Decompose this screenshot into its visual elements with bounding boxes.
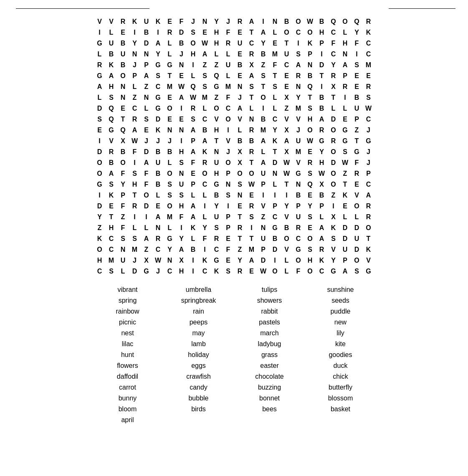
grid-cell: G: [211, 81, 223, 92]
grid-cell: J: [363, 157, 374, 168]
grid-cell: L: [269, 103, 281, 114]
grid-cell: V: [281, 244, 293, 255]
grid-cell: E: [117, 103, 129, 114]
grid-cell: S: [258, 71, 269, 81]
grid-cell: F: [199, 233, 211, 244]
grid-cell: C: [363, 38, 374, 49]
word-item: tulips: [236, 285, 303, 294]
grid-cell: P: [293, 201, 304, 212]
grid-cell: N: [176, 60, 187, 71]
grid-cell: F: [269, 60, 281, 71]
grid-cell: B: [199, 125, 211, 136]
word-item: rabbit: [236, 307, 303, 316]
grid-cell: I: [129, 27, 141, 38]
grid-cell: T: [304, 92, 316, 103]
grid-cell: W: [187, 92, 199, 103]
grid-cell: A: [199, 49, 211, 60]
grid-cell: N: [304, 60, 316, 71]
grid-cell: N: [211, 147, 223, 157]
grid-cell: Q: [304, 179, 316, 190]
grid-cell: E: [223, 255, 234, 266]
grid-cell: I: [187, 60, 199, 71]
grid-cell: O: [246, 168, 258, 179]
grid-cell: L: [211, 49, 223, 60]
grid-cell: Y: [164, 244, 176, 255]
grid-cell: L: [258, 147, 269, 157]
grid-cell: B: [117, 147, 129, 157]
grid-cell: B: [117, 38, 129, 49]
grid-cell: K: [152, 125, 164, 136]
grid-cell: D: [176, 27, 187, 38]
grid-cell: C: [94, 266, 106, 277]
word-item: pastels: [236, 318, 303, 327]
grid-cell: E: [363, 71, 374, 81]
grid-cell: F: [351, 157, 363, 168]
word-list-container: vibrantumbrellatulipssunshinespringsprin…: [13, 285, 455, 425]
grid-cell: A: [281, 136, 293, 147]
grid-cell: D: [94, 201, 106, 212]
grid-cell: L: [246, 103, 258, 114]
grid-cell: Y: [316, 147, 328, 157]
grid-cell: C: [328, 49, 339, 60]
grid-cell: U: [293, 136, 304, 147]
grid-cell: T: [246, 92, 258, 103]
grid-cell: F: [141, 179, 152, 190]
grid-cell: K: [94, 233, 106, 244]
grid-cell: S: [223, 190, 234, 201]
grid-cell: W: [339, 157, 351, 168]
grid-cell: S: [164, 179, 176, 190]
word-item: lily: [307, 329, 374, 338]
grid-cell: S: [304, 168, 316, 179]
grid-cell: V: [328, 244, 339, 255]
grid-cell: D: [339, 223, 351, 233]
grid-cell: L: [164, 49, 176, 60]
grid-cell: R: [246, 125, 258, 136]
grid-cell: I: [129, 157, 141, 168]
grid-cell: R: [363, 81, 374, 92]
grid-cell: A: [246, 71, 258, 81]
grid-cell: A: [141, 71, 152, 81]
grid-cell: E: [281, 71, 293, 81]
grid-cell: C: [328, 27, 339, 38]
grid-cell: V: [211, 114, 223, 125]
grid-cell: A: [339, 60, 351, 71]
grid-cell: R: [316, 125, 328, 136]
grid-cell: R: [328, 71, 339, 81]
grid-cell: L: [269, 179, 281, 190]
word-item: buzzing: [236, 383, 303, 392]
grid-cell: B: [316, 103, 328, 114]
grid-cell: S: [106, 266, 117, 277]
grid-cell: K: [269, 136, 281, 147]
word-item: chocolate: [236, 372, 303, 381]
grid-cell: E: [164, 114, 176, 125]
grid-cell: Y: [211, 16, 223, 27]
word-list: vibrantumbrellatulipssunshinespringsprin…: [94, 285, 374, 425]
grid-cell: V: [106, 16, 117, 27]
grid-cell: R: [328, 136, 339, 147]
grid-cell: L: [199, 190, 211, 201]
grid-cell: M: [246, 244, 258, 255]
grid-cell: E: [94, 125, 106, 136]
grid-cell: U: [223, 60, 234, 71]
grid-cell: I: [339, 92, 351, 103]
grid-cell: T: [269, 147, 281, 157]
grid-cell: A: [258, 157, 269, 168]
grid-cell: S: [246, 81, 258, 92]
grid-cell: O: [269, 266, 281, 277]
grid-cell: Q: [187, 81, 199, 92]
grid-cell: I: [351, 49, 363, 60]
grid-cell: N: [269, 16, 281, 27]
grid-cell: N: [152, 223, 164, 233]
grid-cell: B: [164, 147, 176, 157]
grid-cell: S: [187, 27, 199, 38]
grid-cell: P: [187, 136, 199, 147]
grid-cell: O: [164, 201, 176, 212]
grid-cell: O: [211, 103, 223, 114]
grid-cell: K: [106, 60, 117, 71]
grid-cell: Y: [293, 92, 304, 103]
grid-cell: I: [246, 223, 258, 233]
grid-cell: J: [223, 16, 234, 27]
grid-cell: G: [293, 244, 304, 255]
grid-cell: S: [176, 157, 187, 168]
grid-cell: J: [164, 136, 176, 147]
